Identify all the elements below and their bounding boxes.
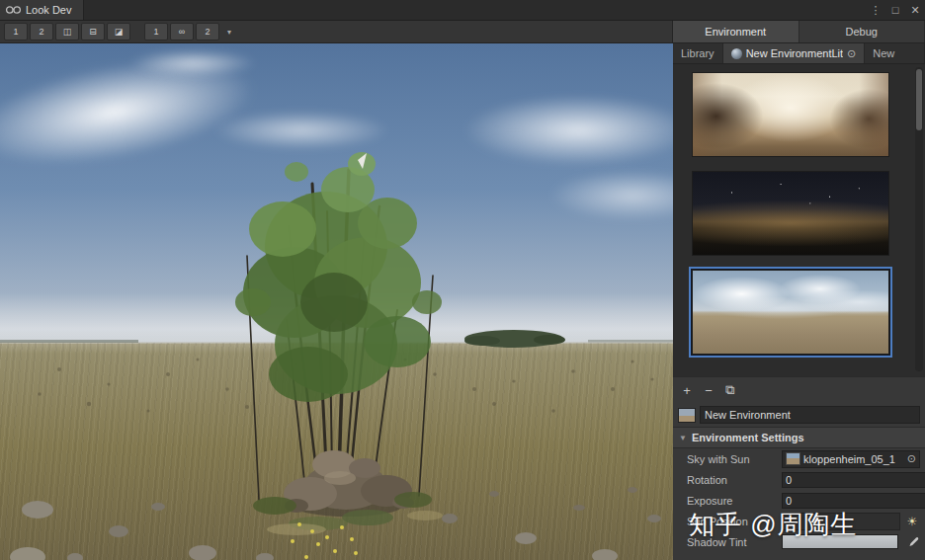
maximize-button[interactable]: □ — [885, 0, 905, 20]
eyedropper-icon[interactable] — [906, 536, 920, 548]
lookdev-goggles-icon — [6, 5, 21, 15]
layout-single-2-button[interactable]: 2 — [30, 23, 53, 40]
sun-icon-button[interactable]: ☀ — [904, 515, 920, 528]
toolbar-row: 1 2 ◫ ⊟ ◪ 1 ∞ 2 ▾ Environment Debug — [0, 21, 925, 43]
sky-with-sun-label: Sky with Sun — [687, 453, 778, 465]
settings-header-label: Environment Settings — [692, 432, 804, 443]
add-environment-button[interactable]: + — [678, 381, 696, 399]
env-thumb-night-sky[interactable] — [692, 171, 889, 256]
tab-environment[interactable]: Environment — [673, 21, 799, 42]
viewport-toolbar: 1 2 ◫ ⊟ ◪ 1 ∞ 2 ▾ — [0, 21, 673, 42]
link-cameras-icon[interactable]: ∞ — [170, 23, 194, 40]
lookdev-tab[interactable]: Look Dev — [0, 0, 84, 20]
tab-library-label: Library — [681, 47, 715, 59]
titlebar-spacer — [84, 0, 866, 20]
layout-split-diagonal-button[interactable]: ◪ — [107, 23, 130, 40]
camera-2-button[interactable]: 2 — [196, 23, 219, 40]
lookdev-window: Look Dev ⋮ □ ✕ 1 2 ◫ ⊟ ◪ 1 ∞ 2 ▾ Environ… — [0, 0, 925, 560]
field-row-shadow-tint: Shadow Tint — [673, 531, 925, 552]
close-button[interactable]: ✕ — [905, 0, 925, 20]
object-picker-icon[interactable]: ⊙ — [907, 452, 916, 465]
sun-position-label: Sun Position — [687, 516, 778, 527]
shadow-tint-color-swatch[interactable] — [782, 534, 898, 549]
scene-svg — [0, 43, 673, 560]
environment-name-row — [673, 403, 925, 427]
target-picker-icon[interactable]: ⊙ — [847, 47, 856, 60]
viewport[interactable] — [0, 43, 673, 560]
title-bar: Look Dev ⋮ □ ✕ — [0, 0, 925, 21]
environment-sphere-icon — [731, 48, 742, 59]
menu-kebab-button[interactable]: ⋮ — [866, 0, 885, 20]
shadow-tint-label: Shadow Tint — [687, 536, 778, 548]
environment-thumbnail-icon — [678, 408, 696, 423]
list-toolbar: + − ⧉ — [673, 376, 925, 403]
exposure-label: Exposure — [687, 495, 778, 507]
environment-subtabs: Library New EnvironmentLit ⊙ New — [673, 43, 925, 64]
field-row-sky-with-sun: Sky with Sun kloppenheim_05_1 ⊙ — [673, 448, 925, 469]
sun-position-field[interactable] — [782, 513, 900, 530]
field-row-rotation: Rotation — [673, 469, 925, 490]
tab-current-label: New EnvironmentLit — [746, 47, 843, 59]
env-thumb-interior-room[interactable] — [692, 72, 889, 157]
environment-settings-foldout[interactable]: ▼ Environment Settings — [673, 427, 925, 448]
list-scrollbar-thumb[interactable] — [916, 69, 922, 130]
rotation-label: Rotation — [687, 474, 778, 486]
camera-1-button[interactable]: 1 — [144, 23, 168, 40]
panel-tabs: Environment Debug — [673, 21, 925, 42]
exposure-input[interactable] — [782, 493, 925, 509]
field-row-sun-position: Sun Position ☀ — [673, 511, 925, 531]
sky-texture-name: kloppenheim_05_1 — [803, 453, 904, 465]
tree-foliage — [235, 152, 442, 402]
tab-library[interactable]: Library — [673, 43, 723, 63]
tab-debug[interactable]: Debug — [799, 21, 925, 42]
layout-split-vertical-button[interactable]: ◫ — [55, 23, 79, 40]
camera-dropdown-button[interactable]: ▾ — [221, 24, 237, 40]
env-thumb-cloudy-grassland[interactable] — [692, 270, 889, 355]
tab-new[interactable]: New — [865, 43, 925, 63]
rock-cluster — [284, 450, 414, 517]
environment-name-input[interactable] — [700, 406, 920, 424]
environment-panel: Library New EnvironmentLit ⊙ New — [673, 43, 925, 560]
foldout-arrow-icon: ▼ — [679, 434, 687, 442]
list-scrollbar[interactable] — [915, 67, 923, 371]
main-area: Library New EnvironmentLit ⊙ New — [0, 43, 925, 560]
environment-list — [673, 64, 925, 376]
cubemap-texture-icon — [786, 452, 800, 465]
duplicate-environment-button[interactable]: ⧉ — [721, 381, 739, 399]
field-row-exposure: Exposure — [673, 490, 925, 511]
lookdev-tab-label: Look Dev — [26, 4, 71, 16]
tab-current-environment[interactable]: New EnvironmentLit ⊙ — [723, 43, 866, 63]
remove-environment-button[interactable]: − — [700, 381, 717, 399]
sky-with-sun-object-field[interactable]: kloppenheim_05_1 ⊙ — [782, 450, 920, 468]
rotation-input[interactable] — [782, 472, 925, 488]
tab-new-label: New — [873, 47, 894, 59]
layout-single-1-button[interactable]: 1 — [4, 23, 28, 40]
layout-split-horizontal-button[interactable]: ⊟ — [81, 23, 105, 40]
